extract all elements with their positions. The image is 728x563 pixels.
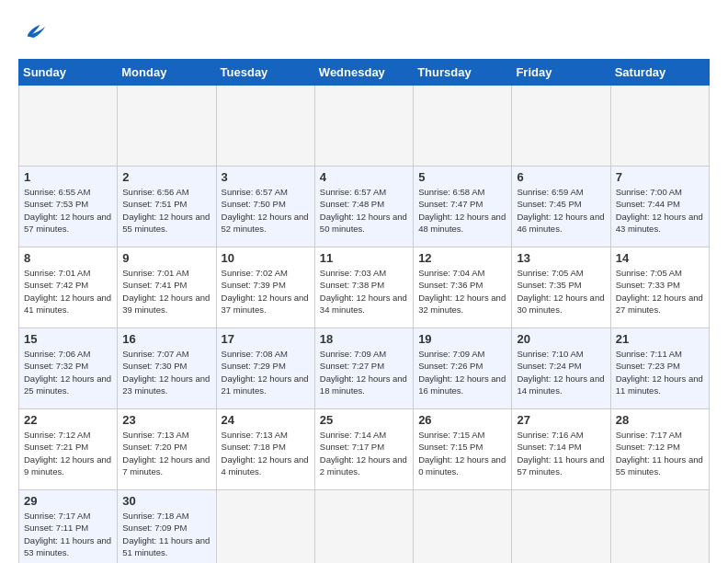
day-info: Sunrise: 7:16 AMSunset: 7:14 PMDaylight:… (517, 429, 605, 477)
day-info: Sunrise: 7:17 AMSunset: 7:12 PMDaylight:… (616, 429, 704, 477)
day-number: 25 (320, 413, 408, 427)
logo-bird-icon (22, 18, 48, 44)
calendar-cell: 5Sunrise: 6:58 AMSunset: 7:47 PMDaylight… (414, 167, 512, 247)
day-number: 21 (616, 332, 704, 346)
day-info: Sunrise: 7:17 AMSunset: 7:11 PMDaylight:… (24, 510, 112, 558)
day-info: Sunrise: 7:01 AMSunset: 7:41 PMDaylight:… (122, 267, 210, 316)
day-info: Sunrise: 7:09 AMSunset: 7:27 PMDaylight:… (320, 348, 408, 396)
logo (18, 18, 48, 44)
calendar-cell: 28Sunrise: 7:17 AMSunset: 7:12 PMDayligh… (610, 409, 709, 490)
calendar-cell (314, 86, 413, 167)
day-info: Sunrise: 7:10 AMSunset: 7:24 PMDaylight:… (517, 348, 605, 396)
day-info: Sunrise: 7:15 AMSunset: 7:15 PMDaylight:… (418, 429, 506, 477)
day-number: 11 (320, 251, 408, 265)
day-info: Sunrise: 6:55 AMSunset: 7:53 PMDaylight:… (24, 186, 112, 235)
calendar-cell: 10Sunrise: 7:02 AMSunset: 7:39 PMDayligh… (216, 247, 314, 328)
calendar-cell: 30Sunrise: 7:18 AMSunset: 7:09 PMDayligh… (118, 490, 216, 564)
calendar-cell: 24Sunrise: 7:13 AMSunset: 7:18 PMDayligh… (216, 409, 314, 490)
day-info: Sunrise: 7:14 AMSunset: 7:17 PMDaylight:… (320, 429, 408, 477)
calendar-cell: 15Sunrise: 7:06 AMSunset: 7:32 PMDayligh… (19, 328, 118, 409)
calendar-cell (610, 490, 709, 564)
day-number: 10 (222, 251, 310, 265)
calendar-cell: 12Sunrise: 7:04 AMSunset: 7:36 PMDayligh… (414, 247, 512, 328)
week-row-0 (19, 86, 710, 167)
day-info: Sunrise: 7:01 AMSunset: 7:42 PMDaylight:… (24, 267, 112, 316)
day-number: 29 (24, 494, 112, 508)
week-row-1: 1Sunrise: 6:55 AMSunset: 7:53 PMDaylight… (19, 167, 710, 247)
day-info: Sunrise: 7:07 AMSunset: 7:30 PMDaylight:… (122, 348, 210, 396)
calendar-cell: 9Sunrise: 7:01 AMSunset: 7:41 PMDaylight… (118, 247, 216, 328)
day-info: Sunrise: 7:00 AMSunset: 7:44 PMDaylight:… (616, 186, 704, 235)
calendar-cell: 3Sunrise: 6:57 AMSunset: 7:50 PMDaylight… (216, 167, 314, 247)
day-number: 3 (222, 170, 310, 184)
week-row-4: 22Sunrise: 7:12 AMSunset: 7:21 PMDayligh… (19, 409, 710, 490)
days-header-row: SundayMondayTuesdayWednesdayThursdayFrid… (19, 60, 710, 86)
day-info: Sunrise: 7:05 AMSunset: 7:35 PMDaylight:… (517, 267, 605, 316)
day-number: 13 (517, 251, 605, 265)
calendar-cell (216, 490, 314, 564)
calendar-cell: 1Sunrise: 6:55 AMSunset: 7:53 PMDaylight… (19, 167, 118, 247)
calendar-cell (610, 86, 709, 167)
calendar-cell: 22Sunrise: 7:12 AMSunset: 7:21 PMDayligh… (19, 409, 118, 490)
calendar-cell: 14Sunrise: 7:05 AMSunset: 7:33 PMDayligh… (610, 247, 709, 328)
calendar-cell: 7Sunrise: 7:00 AMSunset: 7:44 PMDaylight… (610, 167, 709, 247)
calendar-cell: 18Sunrise: 7:09 AMSunset: 7:27 PMDayligh… (314, 328, 413, 409)
day-info: Sunrise: 7:13 AMSunset: 7:18 PMDaylight:… (222, 429, 310, 477)
day-info: Sunrise: 7:18 AMSunset: 7:09 PMDaylight:… (122, 510, 210, 558)
calendar-cell: 6Sunrise: 6:59 AMSunset: 7:45 PMDaylight… (512, 167, 610, 247)
day-number: 28 (616, 413, 704, 427)
day-header-tuesday: Tuesday (216, 60, 314, 86)
day-number: 7 (616, 170, 704, 184)
calendar-cell (19, 86, 118, 167)
calendar-cell: 26Sunrise: 7:15 AMSunset: 7:15 PMDayligh… (414, 409, 512, 490)
page-header (18, 18, 710, 44)
day-number: 14 (616, 251, 704, 265)
day-info: Sunrise: 6:56 AMSunset: 7:51 PMDaylight:… (122, 186, 210, 235)
calendar-cell (414, 86, 512, 167)
calendar-cell: 20Sunrise: 7:10 AMSunset: 7:24 PMDayligh… (512, 328, 610, 409)
week-row-2: 8Sunrise: 7:01 AMSunset: 7:42 PMDaylight… (19, 247, 710, 328)
day-info: Sunrise: 6:57 AMSunset: 7:48 PMDaylight:… (320, 186, 408, 235)
day-info: Sunrise: 6:57 AMSunset: 7:50 PMDaylight:… (222, 186, 310, 235)
calendar-cell (512, 490, 610, 564)
day-number: 17 (222, 332, 310, 346)
calendar-cell: 4Sunrise: 6:57 AMSunset: 7:48 PMDaylight… (314, 167, 413, 247)
calendar-table: SundayMondayTuesdayWednesdayThursdayFrid… (18, 59, 710, 563)
day-info: Sunrise: 7:06 AMSunset: 7:32 PMDaylight:… (24, 348, 112, 396)
day-number: 6 (517, 170, 605, 184)
calendar-cell: 25Sunrise: 7:14 AMSunset: 7:17 PMDayligh… (314, 409, 413, 490)
calendar-cell: 27Sunrise: 7:16 AMSunset: 7:14 PMDayligh… (512, 409, 610, 490)
calendar-cell (512, 86, 610, 167)
day-number: 30 (122, 494, 210, 508)
day-info: Sunrise: 7:12 AMSunset: 7:21 PMDaylight:… (24, 429, 112, 477)
day-info: Sunrise: 7:05 AMSunset: 7:33 PMDaylight:… (616, 267, 704, 316)
day-number: 8 (24, 251, 112, 265)
day-header-monday: Monday (118, 60, 216, 86)
day-header-wednesday: Wednesday (314, 60, 413, 86)
calendar-cell: 29Sunrise: 7:17 AMSunset: 7:11 PMDayligh… (19, 490, 118, 564)
calendar-cell: 8Sunrise: 7:01 AMSunset: 7:42 PMDaylight… (19, 247, 118, 328)
day-number: 22 (24, 413, 112, 427)
day-number: 24 (222, 413, 310, 427)
day-info: Sunrise: 7:13 AMSunset: 7:20 PMDaylight:… (122, 429, 210, 477)
day-number: 4 (320, 170, 408, 184)
day-header-thursday: Thursday (414, 60, 512, 86)
day-header-sunday: Sunday (19, 60, 118, 86)
day-number: 2 (122, 170, 210, 184)
day-info: Sunrise: 7:03 AMSunset: 7:38 PMDaylight:… (320, 267, 408, 316)
day-number: 26 (418, 413, 506, 427)
day-number: 5 (418, 170, 506, 184)
day-info: Sunrise: 7:08 AMSunset: 7:29 PMDaylight:… (222, 348, 310, 396)
day-number: 20 (517, 332, 605, 346)
day-info: Sunrise: 7:11 AMSunset: 7:23 PMDaylight:… (616, 348, 704, 396)
day-info: Sunrise: 7:09 AMSunset: 7:26 PMDaylight:… (418, 348, 506, 396)
day-info: Sunrise: 6:59 AMSunset: 7:45 PMDaylight:… (517, 186, 605, 235)
day-info: Sunrise: 7:02 AMSunset: 7:39 PMDaylight:… (222, 267, 310, 316)
day-number: 19 (418, 332, 506, 346)
day-number: 15 (24, 332, 112, 346)
calendar-cell: 23Sunrise: 7:13 AMSunset: 7:20 PMDayligh… (118, 409, 216, 490)
calendar-cell (118, 86, 216, 167)
day-number: 1 (24, 170, 112, 184)
day-header-saturday: Saturday (610, 60, 709, 86)
week-row-5: 29Sunrise: 7:17 AMSunset: 7:11 PMDayligh… (19, 490, 710, 564)
